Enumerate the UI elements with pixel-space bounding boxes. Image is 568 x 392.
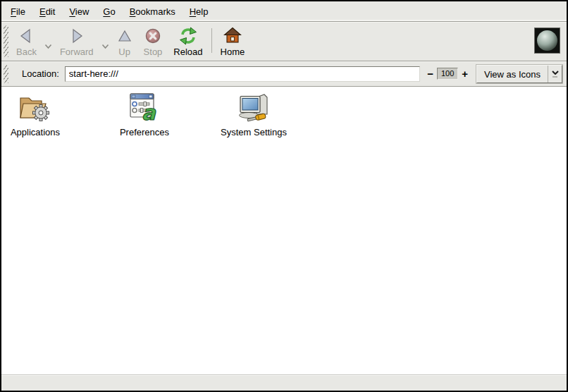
reload-button[interactable]: Reload <box>168 23 208 60</box>
desktop-item-system-settings[interactable]: System Settings <box>220 92 288 137</box>
menu-file-rest: ile <box>16 6 25 17</box>
back-history-dropdown[interactable] <box>42 39 54 47</box>
system-settings-label: System Settings <box>221 127 287 137</box>
location-input[interactable] <box>65 66 420 82</box>
forward-label: Forward <box>60 47 94 57</box>
menu-go-rest: o <box>110 6 115 17</box>
stop-button[interactable]: Stop <box>138 23 168 60</box>
back-icon <box>18 25 35 47</box>
icon-view-pane: Applications <box>1 87 567 374</box>
stop-label: Stop <box>144 47 163 57</box>
menu-bookmarks[interactable]: Bookmarks <box>123 3 183 20</box>
reload-label: Reload <box>173 47 202 57</box>
menu-help-rest: elp <box>196 6 208 17</box>
menu-view[interactable]: View <box>62 3 96 20</box>
forward-history-dropdown[interactable] <box>99 39 111 47</box>
preferences-label: Preferences <box>120 127 169 137</box>
desktop-item-preferences[interactable]: a Preferences <box>111 92 178 137</box>
menu-bookmarks-rest: ookmarks <box>135 6 175 17</box>
menu-file-mnemonic: F <box>11 6 16 17</box>
menu-bar: File Edit View Go Bookmarks Help <box>1 1 567 22</box>
menu-view-rest: iew <box>75 6 89 17</box>
reload-icon <box>179 25 197 47</box>
zoom-in-button[interactable]: + <box>462 69 468 79</box>
throbber-sphere-icon <box>537 30 557 51</box>
desktop-item-applications[interactable]: Applications <box>1 92 69 137</box>
forward-icon <box>68 25 85 47</box>
menu-go[interactable]: Go <box>96 3 122 20</box>
toolbar-grip-handle[interactable] <box>4 25 8 57</box>
menu-edit-rest: dit <box>46 6 56 17</box>
up-icon <box>117 25 132 47</box>
location-bar: Location: − 100 + View as Icons <box>1 61 567 87</box>
home-button[interactable]: Home <box>215 23 251 60</box>
zoom-out-button[interactable]: − <box>427 69 433 79</box>
zoom-controls: − 100 + <box>427 68 468 80</box>
location-bar-grip-handle[interactable] <box>4 65 8 83</box>
dropdown-arrow-icon <box>548 66 562 82</box>
status-bar <box>1 374 567 391</box>
home-icon <box>223 25 242 47</box>
back-button[interactable]: Back <box>11 23 42 60</box>
svg-text:a: a <box>142 101 156 123</box>
throbber <box>534 27 560 54</box>
applications-folder-icon <box>18 92 53 125</box>
view-mode-dropdown[interactable]: View as Icons <box>476 65 562 83</box>
applications-label: Applications <box>11 127 60 137</box>
stop-icon <box>144 25 161 47</box>
menu-help-mnemonic: H <box>190 6 196 17</box>
preferences-icon: a <box>127 92 162 125</box>
forward-button[interactable]: Forward <box>54 23 99 60</box>
menu-go-mnemonic: G <box>103 6 110 17</box>
menu-view-mnemonic: V <box>69 6 75 17</box>
up-label: Up <box>118 47 130 57</box>
up-button[interactable]: Up <box>111 23 138 60</box>
menu-edit[interactable]: Edit <box>32 3 62 20</box>
menu-help[interactable]: Help <box>183 3 216 20</box>
file-manager-window: File Edit View Go Bookmarks Help Back Fo… <box>0 0 568 392</box>
menu-edit-mnemonic: E <box>39 6 46 17</box>
back-label: Back <box>16 47 37 57</box>
home-label: Home <box>221 47 245 57</box>
zoom-level-indicator: 100 <box>437 68 458 80</box>
toolbar: Back Forward Up <box>1 22 567 61</box>
system-settings-icon <box>235 92 272 125</box>
menu-file[interactable]: File <box>4 3 32 20</box>
location-label: Location: <box>22 68 59 79</box>
view-mode-label: View as Icons <box>477 66 548 82</box>
toolbar-separator <box>211 28 212 53</box>
